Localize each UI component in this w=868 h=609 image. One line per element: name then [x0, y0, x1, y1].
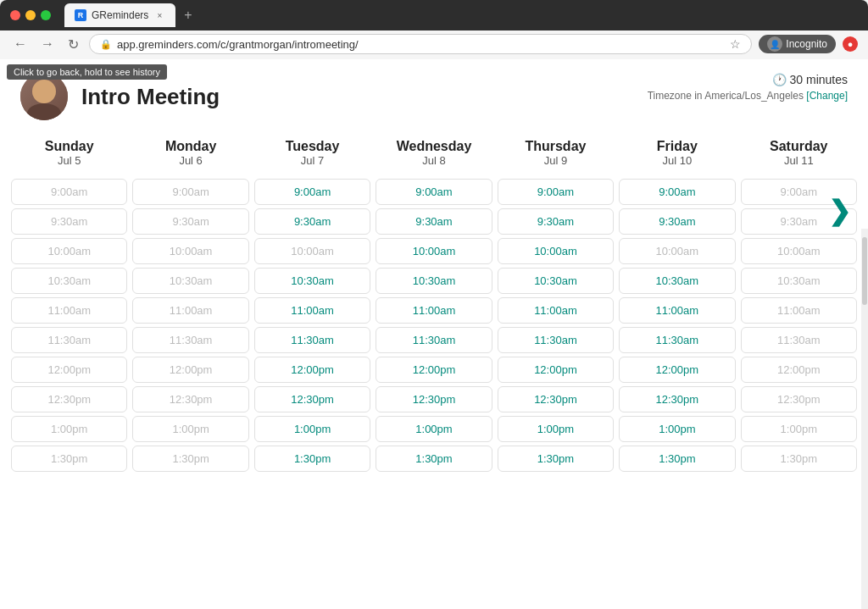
time-slot[interactable]: 9:30am — [498, 208, 614, 235]
close-button[interactable] — [10, 10, 20, 20]
day-header: Wednesday Jul 8 — [373, 136, 494, 170]
time-column: 9:00am9:30am10:00am10:30am11:00am11:30am… — [616, 177, 737, 473]
time-slot: 11:00am — [11, 297, 127, 324]
day-date: Jul 5 — [8, 154, 130, 167]
new-tab-button[interactable]: + — [179, 6, 197, 25]
scrollbar[interactable] — [861, 229, 868, 609]
time-grid: 9:00am9:30am10:00am10:30am11:00am11:30am… — [8, 177, 860, 473]
time-slot[interactable]: 11:00am — [254, 297, 370, 324]
day-header: Thursday Jul 9 — [495, 136, 616, 170]
time-slot: 9:30am — [11, 208, 127, 235]
time-slot[interactable]: 1:00pm — [376, 416, 492, 442]
time-slot[interactable]: 12:00pm — [498, 357, 614, 383]
time-slot[interactable]: 9:30am — [619, 208, 735, 235]
time-slot[interactable]: 11:30am — [254, 327, 370, 353]
scrollbar-thumb[interactable] — [862, 237, 867, 305]
change-timezone-link[interactable]: [Change] — [806, 90, 848, 102]
time-slot: 11:00am — [132, 297, 248, 324]
profile-avatar[interactable]: ● — [843, 36, 858, 52]
active-tab[interactable]: R GReminders × — [64, 3, 175, 27]
day-header: Tuesday Jul 7 — [252, 136, 373, 170]
time-slot[interactable]: 10:30am — [254, 268, 370, 294]
time-slot[interactable]: 12:30pm — [498, 386, 614, 412]
maximize-button[interactable] — [41, 10, 51, 20]
incognito-icon: 👤 — [767, 36, 782, 52]
address-bar: ← → ↻ 🔒 app.greminders.com/c/grantmorgan… — [0, 30, 868, 59]
time-slot: 1:00pm — [741, 416, 857, 442]
time-slot[interactable]: 12:30pm — [619, 386, 735, 412]
time-slot[interactable]: 10:30am — [498, 268, 614, 294]
time-slot[interactable]: 9:00am — [376, 179, 492, 205]
time-slot: 12:30pm — [741, 386, 857, 412]
time-slot[interactable]: 1:00pm — [619, 416, 735, 442]
time-slot: 1:00pm — [132, 416, 248, 442]
time-slot[interactable]: 10:30am — [376, 268, 492, 294]
clock-icon: 🕐 — [772, 73, 787, 86]
back-tooltip: Click to go back, hold to see history — [7, 64, 167, 80]
incognito-label: Incognito — [786, 38, 827, 50]
time-slot[interactable]: 1:30pm — [498, 446, 614, 472]
time-slot: 12:00pm — [11, 357, 127, 383]
incognito-button[interactable]: 👤 Incognito — [759, 35, 836, 53]
time-slot[interactable]: 1:30pm — [376, 446, 492, 472]
time-slot: 1:30pm — [132, 446, 248, 472]
time-slot: 11:30am — [741, 327, 857, 353]
day-header: Friday Jul 10 — [616, 136, 737, 170]
time-slot[interactable]: 12:30pm — [254, 386, 370, 412]
time-slot: 11:30am — [11, 327, 127, 353]
time-slot[interactable]: 9:00am — [619, 179, 735, 205]
time-slot: 10:30am — [741, 268, 857, 294]
time-slot[interactable]: 12:00pm — [254, 357, 370, 383]
time-slot: 11:00am — [741, 297, 857, 324]
time-slot[interactable]: 11:00am — [376, 297, 492, 324]
time-slot: 10:30am — [132, 268, 248, 294]
tab-close-button[interactable]: × — [153, 9, 165, 21]
time-slot[interactable]: 9:00am — [254, 179, 370, 205]
time-slot: 1:00pm — [11, 416, 127, 442]
time-slot[interactable]: 11:00am — [619, 297, 735, 324]
time-column: 9:00am9:30am10:00am10:30am11:00am11:30am… — [495, 177, 616, 473]
time-column: 9:00am9:30am10:00am10:30am11:00am11:30am… — [252, 177, 373, 473]
time-slot[interactable]: 11:30am — [498, 327, 614, 353]
back-button[interactable]: ← — [10, 35, 31, 53]
forward-button[interactable]: → — [37, 35, 58, 53]
avatar-face — [32, 80, 56, 103]
time-slot: 10:00am — [619, 238, 735, 264]
time-slot[interactable]: 9:30am — [254, 208, 370, 235]
time-slot[interactable]: 11:30am — [376, 327, 492, 353]
time-slot[interactable]: 1:00pm — [254, 416, 370, 442]
url-bar[interactable]: 🔒 app.greminders.com/c/grantmorgan/intro… — [89, 34, 752, 54]
time-slot[interactable]: 12:00pm — [376, 357, 492, 383]
tab-bar: R GReminders × + — [64, 3, 858, 27]
day-header: Monday Jul 6 — [130, 136, 251, 170]
day-name: Monday — [130, 139, 251, 154]
time-slot[interactable]: 10:30am — [619, 268, 735, 294]
time-slot[interactable]: 1:30pm — [254, 446, 370, 472]
header-right: 🕐 30 minutes Timezone in America/Los_Ang… — [648, 73, 848, 102]
browser-window: Click to go back, hold to see history R … — [0, 0, 868, 609]
bookmark-icon[interactable]: ☆ — [730, 37, 741, 51]
time-slot[interactable]: 12:30pm — [376, 386, 492, 412]
day-date: Jul 9 — [495, 154, 616, 167]
time-slot[interactable]: 12:00pm — [619, 357, 735, 383]
time-slot[interactable]: 11:30am — [619, 327, 735, 353]
time-column: 9:00am9:30am10:00am10:30am11:00am11:30am… — [373, 177, 494, 473]
time-slot[interactable]: 11:00am — [498, 297, 614, 324]
reload-button[interactable]: ↻ — [64, 35, 82, 54]
page-content: Intro Meeting 🕐 30 minutes Timezone in A… — [0, 59, 868, 609]
time-slot: 9:30am — [132, 208, 248, 235]
minimize-button[interactable] — [25, 10, 36, 20]
calendar-grid: Sunday Jul 5 Monday Jul 6 Tuesday Jul 7 … — [0, 136, 868, 473]
lock-icon: 🔒 — [100, 39, 112, 50]
time-slot: 1:30pm — [11, 446, 127, 472]
time-slot[interactable]: 9:00am — [498, 179, 614, 205]
time-slot: 10:30am — [11, 268, 127, 294]
time-slot[interactable]: 1:00pm — [498, 416, 614, 442]
meeting-title: Intro Meeting — [81, 84, 220, 110]
time-slot[interactable]: 10:00am — [498, 238, 614, 264]
time-slot[interactable]: 9:30am — [376, 208, 492, 235]
next-week-button[interactable]: ❯ — [828, 195, 851, 227]
time-slot[interactable]: 10:00am — [376, 238, 492, 264]
time-slot[interactable]: 1:30pm — [619, 446, 735, 472]
timezone-info: Timezone in America/Los_Angeles [Change] — [648, 90, 848, 102]
